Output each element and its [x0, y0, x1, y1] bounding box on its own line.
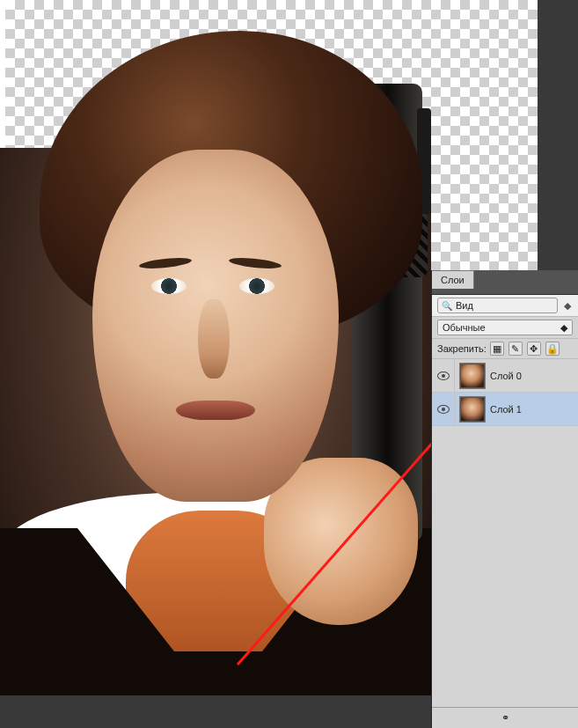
- brush-icon: ✎: [511, 343, 519, 355]
- panel-menu-strip: [432, 289, 578, 295]
- blend-mode-value: Обычные: [443, 322, 486, 333]
- layer-filter-value: Вид: [456, 300, 473, 311]
- lock-icon: 🔒: [546, 343, 559, 355]
- panel-footer: ⚭: [432, 707, 578, 728]
- blend-mode-select[interactable]: Обычные ◆: [437, 320, 573, 335]
- layer-name[interactable]: Слой 0: [490, 371, 578, 381]
- layer-row[interactable]: Слой 1: [432, 393, 578, 426]
- visibility-toggle[interactable]: [432, 393, 455, 426]
- portrait-eye-left: [151, 278, 187, 294]
- portrait-nose: [198, 299, 230, 379]
- layer-row[interactable]: Слой 0: [432, 359, 578, 393]
- tab-label: Слои: [441, 275, 465, 285]
- tab-layers[interactable]: Слои: [432, 270, 474, 289]
- app-frame: Слои 🔍 Вид ◆ Обычные ◆ Закрепить: ▦ ✎ ✥: [0, 0, 578, 728]
- lock-position-button[interactable]: ✥: [527, 342, 541, 356]
- visibility-toggle[interactable]: [432, 359, 455, 393]
- link-icon: ⚭: [501, 712, 509, 724]
- portrait-eye-right: [239, 278, 274, 294]
- lock-all-button[interactable]: 🔒: [545, 342, 560, 356]
- lock-label: Закрепить:: [437, 343, 487, 354]
- move-icon: ✥: [530, 343, 538, 355]
- search-icon: 🔍: [442, 301, 452, 311]
- lock-icons: ▦ ✎ ✥ 🔒: [490, 342, 560, 356]
- chevron-down-icon: ◆: [560, 322, 567, 334]
- lock-row: Закрепить: ▦ ✎ ✥ 🔒: [432, 339, 578, 359]
- panel-tabs: Слои: [432, 270, 578, 289]
- blend-mode-row: Обычные ◆: [432, 317, 578, 339]
- layers-list: Слой 0 Слой 1: [432, 359, 578, 707]
- layers-panel: Слои 🔍 Вид ◆ Обычные ◆ Закрепить: ▦ ✎ ✥: [431, 270, 578, 728]
- layer-thumbnail[interactable]: [459, 363, 486, 389]
- layer-name[interactable]: Слой 1: [490, 404, 578, 415]
- lock-transparency-button[interactable]: ▦: [490, 342, 504, 356]
- checker-icon: ▦: [493, 343, 501, 355]
- layer-thumbnail[interactable]: [459, 396, 486, 423]
- lock-pixels-button[interactable]: ✎: [508, 342, 523, 356]
- eye-icon: [437, 371, 450, 380]
- layer-filter-row: 🔍 Вид ◆: [432, 295, 578, 317]
- eye-icon: [437, 405, 450, 414]
- chevron-down-icon[interactable]: ◆: [561, 300, 573, 312]
- layer-filter-select[interactable]: 🔍 Вид: [437, 298, 558, 313]
- portrait-hand: [264, 458, 418, 625]
- portrait-mouth: [176, 401, 255, 420]
- link-layers-button[interactable]: ⚭: [498, 711, 512, 725]
- document-canvas[interactable]: [0, 0, 431, 695]
